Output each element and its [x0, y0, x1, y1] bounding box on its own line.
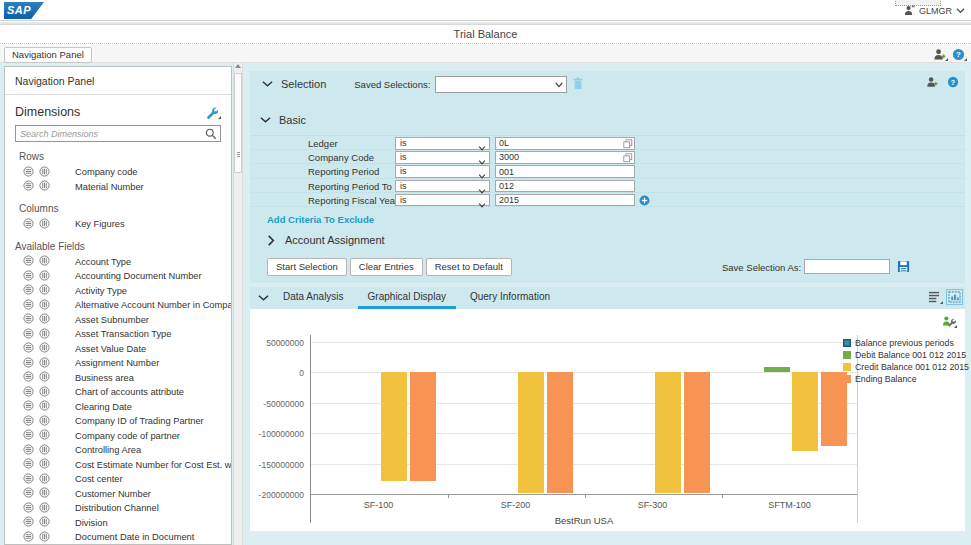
move-to-columns-icon[interactable]: [39, 299, 50, 312]
list-item: Asset Transaction Type: [15, 327, 221, 342]
dimension-settings-button[interactable]: [201, 104, 221, 120]
move-to-columns-icon[interactable]: [39, 284, 50, 297]
operator-dropdown[interactable]: is: [395, 180, 490, 193]
move-to-columns-icon[interactable]: [39, 531, 50, 544]
criteria-value-input[interactable]: [495, 165, 635, 178]
user-menu[interactable]: GLMGR: [904, 0, 965, 21]
move-to-columns-icon[interactable]: [39, 342, 50, 355]
selection-panel: Selection Saved Selections: ?: [250, 71, 965, 283]
display-options-button[interactable]: [926, 289, 943, 305]
move-to-rows-icon[interactable]: [23, 487, 34, 500]
move-to-columns-icon[interactable]: [39, 371, 50, 384]
move-to-columns-icon[interactable]: [39, 400, 50, 413]
move-to-columns-icon[interactable]: [39, 487, 50, 500]
criteria-value-input[interactable]: [495, 137, 635, 150]
value-help-icon[interactable]: [623, 153, 633, 165]
legend-item[interactable]: Balance previous periods: [843, 337, 969, 348]
criteria-value-input[interactable]: [495, 194, 635, 207]
personalize-button[interactable]: [931, 46, 948, 62]
clear-entries-button[interactable]: Clear Entries: [350, 258, 423, 276]
move-to-columns-icon[interactable]: [39, 328, 50, 341]
operator-dropdown[interactable]: is: [395, 194, 490, 207]
move-to-rows-icon[interactable]: [23, 328, 34, 341]
tab-query-information[interactable]: Query Information: [460, 287, 560, 309]
operator-dropdown[interactable]: is: [395, 165, 490, 178]
collapse-icon[interactable]: [262, 80, 273, 88]
basic-section-header[interactable]: Basic: [260, 111, 306, 129]
personalize-selection-button[interactable]: [923, 74, 940, 90]
sap-logo: SAP: [4, 2, 44, 19]
move-to-rows-icon[interactable]: [23, 371, 34, 384]
move-to-columns-icon[interactable]: [39, 473, 50, 486]
move-to-rows-icon[interactable]: [23, 357, 34, 370]
move-to-columns-icon[interactable]: [39, 255, 50, 268]
search-icon[interactable]: [205, 128, 217, 140]
move-to-columns-icon[interactable]: [39, 458, 50, 471]
save-selection-button[interactable]: [897, 260, 910, 275]
legend-item[interactable]: Credit Balance 001 012 2015: [843, 361, 969, 372]
move-to-rows-icon[interactable]: [23, 180, 34, 193]
help-button[interactable]: ?: [950, 46, 967, 62]
legend-item[interactable]: Debit Balance 001 012 2015: [843, 349, 969, 360]
chart-frame-icon: [948, 291, 961, 303]
move-to-rows-icon[interactable]: [23, 531, 34, 544]
maximize-chart-button[interactable]: [946, 289, 963, 305]
move-to-rows-icon[interactable]: [23, 400, 34, 413]
criteria-value-input[interactable]: [495, 180, 635, 193]
navigation-panel-button[interactable]: Navigation Panel: [4, 47, 92, 63]
chart-settings-button[interactable]: [940, 313, 957, 329]
move-to-rows-icon[interactable]: [23, 458, 34, 471]
move-to-rows-icon[interactable]: [23, 415, 34, 428]
move-to-rows-icon[interactable]: [23, 255, 34, 268]
move-to-columns-icon[interactable]: [39, 415, 50, 428]
selection-help-button[interactable]: ?: [944, 74, 961, 90]
vertical-scrollbar[interactable]: [233, 63, 243, 545]
move-to-columns-icon[interactable]: [39, 218, 50, 231]
move-to-rows-icon[interactable]: [23, 473, 34, 486]
scrollbar-thumb[interactable]: [234, 73, 242, 173]
move-to-rows-icon[interactable]: [23, 218, 34, 231]
criteria-value-input[interactable]: [495, 151, 635, 164]
tab-graphical-display[interactable]: Graphical Display: [358, 287, 456, 309]
move-to-rows-icon[interactable]: [23, 429, 34, 442]
legend-item[interactable]: Ending Balance: [843, 373, 969, 384]
move-to-rows-icon[interactable]: [23, 299, 34, 312]
saved-selections-dropdown[interactable]: [435, 76, 567, 93]
move-to-columns-icon[interactable]: [39, 166, 50, 179]
operator-dropdown[interactable]: is: [395, 137, 490, 150]
tab-data-analysis[interactable]: Data Analysis: [273, 287, 354, 309]
move-to-rows-icon[interactable]: [23, 342, 34, 355]
move-to-columns-icon[interactable]: [39, 516, 50, 529]
save-selection-input[interactable]: [804, 259, 890, 274]
move-to-rows-icon[interactable]: [23, 516, 34, 529]
move-to-rows-icon[interactable]: [23, 444, 34, 457]
selection-header[interactable]: Selection Saved Selections: ?: [250, 71, 965, 97]
add-criteria-link[interactable]: Add Criteria To Exclude: [267, 214, 374, 225]
move-to-columns-icon[interactable]: [39, 357, 50, 370]
delete-saved-selection-button[interactable]: [572, 77, 584, 92]
move-to-columns-icon[interactable]: [39, 180, 50, 193]
move-to-rows-icon[interactable]: [23, 386, 34, 399]
add-criteria-icon[interactable]: [639, 195, 650, 208]
account-assignment-header[interactable]: Account Assignment: [267, 234, 385, 246]
rows-section-label: Rows: [15, 151, 221, 162]
dimension-search: [15, 125, 221, 142]
value-help-icon[interactable]: [623, 139, 633, 151]
move-to-rows-icon[interactable]: [23, 270, 34, 283]
move-to-columns-icon[interactable]: [39, 270, 50, 283]
operator-dropdown[interactable]: is: [395, 151, 490, 164]
scroll-up-arrow[interactable]: [235, 64, 241, 68]
move-to-columns-icon[interactable]: [39, 429, 50, 442]
move-to-columns-icon[interactable]: [39, 313, 50, 326]
search-input[interactable]: [20, 126, 210, 141]
move-to-rows-icon[interactable]: [23, 284, 34, 297]
move-to-rows-icon[interactable]: [23, 313, 34, 326]
move-to-rows-icon[interactable]: [23, 502, 34, 515]
collapse-icon[interactable]: [258, 294, 269, 302]
move-to-rows-icon[interactable]: [23, 166, 34, 179]
move-to-columns-icon[interactable]: [39, 386, 50, 399]
start-selection-button[interactable]: Start Selection: [267, 258, 347, 276]
move-to-columns-icon[interactable]: [39, 502, 50, 515]
reset-to-default-button[interactable]: Reset to Default: [426, 258, 512, 276]
move-to-columns-icon[interactable]: [39, 444, 50, 457]
